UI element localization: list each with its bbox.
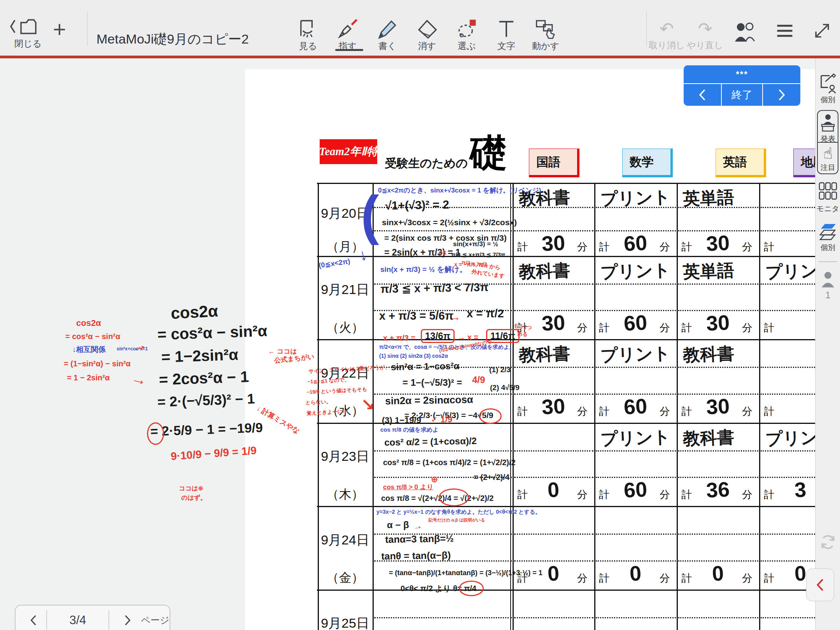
redo-label: やり直し [687, 39, 723, 51]
handwriting-note: のはず。 [181, 494, 206, 502]
minutes-handwriting: 30 [676, 229, 760, 257]
laser-pointer-icon [335, 19, 360, 39]
dotted-rule [514, 284, 593, 285]
redo-button[interactable]: ↷ やり直し [687, 19, 723, 51]
toolbar-divider-2 [646, 12, 647, 46]
minutes-handwriting: 30 [512, 392, 595, 420]
chevron-right-icon [123, 614, 132, 627]
close-button[interactable]: 閉じる [9, 16, 47, 50]
tool-write[interactable]: 書く [375, 19, 400, 52]
task-handwriting: プリント [765, 259, 815, 284]
minutes-handwriting: 60 [594, 392, 677, 420]
dotted-rule [761, 534, 815, 535]
presentation-next-button[interactable] [763, 84, 800, 106]
people-icon [733, 21, 757, 43]
text-tool-icon [494, 19, 519, 39]
date-cell: 9月25日 [318, 614, 373, 630]
sidebar-item-kobetsu-layers[interactable]: 個別 [816, 222, 840, 253]
participants-button[interactable] [733, 21, 757, 43]
handwriting-note: cos π/8 の値を求めよ [380, 426, 439, 434]
minutes-handwriting: 60 [594, 309, 677, 337]
collapse-panel-tab[interactable] [806, 569, 834, 601]
minutes-handwriting: 0 [676, 559, 760, 587]
sidebar-item-kobetsu-edit[interactable]: 個別 [816, 72, 840, 105]
note-canvas[interactable]: Team2年Ⅱ特 受験生のための 礎 国語 数学 英語 地歴 9月20日（月）教… [0, 58, 840, 630]
tool-select[interactable]: 選ぶ [454, 19, 479, 52]
handwriting-note: ココは⊕ [179, 485, 203, 493]
sidebar-item-happyou[interactable]: 発表 [816, 114, 840, 144]
tool-erase[interactable]: 消す [415, 19, 439, 52]
handwriting-note: → [129, 335, 149, 357]
task-handwriting: プリント [600, 186, 671, 211]
fullscreen-button[interactable] [811, 21, 833, 40]
minutes-handwriting: 30 [512, 229, 595, 257]
sidebar-item-monitor[interactable]: モニタ [816, 181, 840, 214]
task-handwriting: プリント [600, 425, 671, 451]
tool-text[interactable]: 文字 [494, 19, 519, 52]
page-nav-divider-2 [108, 610, 109, 630]
prev-page-button[interactable] [22, 606, 45, 630]
date-cell: 9月21日 [318, 281, 373, 299]
handwriting-note: 9·10/9 − 9/9 = 1/9 [170, 444, 257, 463]
day-cell: （金） [318, 569, 373, 586]
presentation-end-button[interactable]: 終了 [722, 84, 762, 106]
handwriting-note: √1+(√3)² = 2 [385, 198, 449, 212]
minutes-handwriting: 36 [676, 476, 760, 504]
menu-button[interactable] [775, 23, 795, 40]
tool-erase-label: 消す [418, 40, 436, 52]
task-handwriting: 英単語 [682, 186, 735, 211]
presentation-prev-button[interactable] [684, 84, 721, 106]
handwriting-note: → x = [457, 333, 478, 342]
team-badge: Team2年Ⅱ特 [320, 139, 377, 164]
handwriting-note: cos² π/8 = (1+cos π/4)/2 = (1+√2/2)/2 [383, 458, 516, 467]
handwriting-note: = 1−2sin²α [161, 346, 238, 366]
add-page-button[interactable]: + [53, 19, 66, 39]
document-title: MetaMoJi礎9月のコピー2 [96, 30, 249, 48]
presenter-icon [819, 114, 837, 133]
handwriting-note: 0≦x<2πのとき、sinx+√3cosx = 1 を解け。(リベンジ) [378, 186, 541, 195]
sum-label: 計 [764, 321, 774, 335]
dotted-rule [514, 367, 593, 368]
handwriting-note: sinx+√3cosx = 2(½sinx + √3/2cosx) [382, 218, 517, 227]
table-border-h [317, 183, 815, 184]
handwriting-note: α − β [387, 520, 409, 530]
individual-edit-icon [818, 72, 838, 94]
handwriting-note: → [130, 369, 149, 389]
dotted-rule [596, 534, 676, 535]
sync-button[interactable] [816, 532, 840, 552]
right-sidebar: 個別 発表 ☝ 注目 モニタ [815, 58, 840, 630]
tool-view[interactable]: 見る [296, 19, 320, 52]
handwriting-note: (3) 1−19/9 [382, 415, 421, 425]
layers-icon [818, 222, 838, 242]
close-label: 閉じる [14, 38, 42, 50]
handwriting-note: x = π/2 [467, 307, 504, 320]
dotted-rule [374, 230, 512, 231]
handwriting-note: ある [517, 330, 528, 338]
minutes-handwriting: 3 [759, 476, 815, 504]
dotted-rule [761, 394, 815, 395]
handwriting-note: x + π/3 = [383, 334, 415, 343]
chevron-left-icon [29, 614, 38, 627]
subject-header-eigo: 英語 [716, 149, 766, 177]
chevron-left-icon [698, 88, 707, 102]
dotted-rule [678, 617, 758, 618]
table-double-line [510, 183, 511, 630]
presentation-nav-panel: *** 終了 [684, 65, 800, 106]
handwriting-note: → [450, 311, 460, 323]
participant-indicator[interactable]: 1 [816, 270, 840, 301]
tool-move[interactable]: 動かす [532, 19, 559, 52]
dotted-rule [678, 534, 758, 535]
refresh-icon [818, 532, 838, 552]
next-page-button[interactable] [116, 606, 139, 630]
active-tool-underline [335, 49, 363, 51]
handwriting-note: ⊕ [431, 474, 438, 485]
sidebar-item-chuumoku[interactable]: ☝ 注目 [816, 145, 840, 173]
page-navigator: 3/4 ページ [15, 605, 170, 630]
day-cell: （木） [318, 486, 373, 503]
move-hand-icon [533, 19, 558, 39]
handwriting-note: 13/6π [421, 329, 455, 343]
undo-button[interactable]: ↶ 取り消し [649, 19, 685, 51]
handwriting-note: cos2α [170, 302, 219, 323]
tool-point[interactable]: 指す [335, 19, 360, 52]
tool-text-label: 文字 [497, 40, 515, 52]
